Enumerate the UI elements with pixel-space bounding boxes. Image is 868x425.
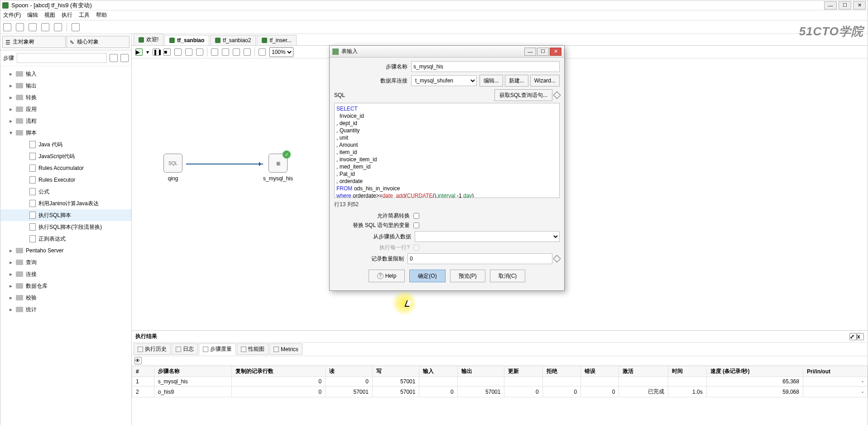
tree-item-app[interactable]: ▸应用 xyxy=(0,103,131,115)
col-read[interactable]: 读 xyxy=(326,366,373,377)
search-input[interactable] xyxy=(17,53,107,63)
expand-icon[interactable]: ▸ xyxy=(9,306,13,313)
sql-textarea[interactable]: SELECT Invoice_id , dept_id , Quantity ,… xyxy=(334,103,560,198)
preview-button[interactable]: 预览(P) xyxy=(450,270,485,282)
expand-icon[interactable]: ▸ xyxy=(9,71,13,77)
preview-icon[interactable] xyxy=(174,48,182,56)
col-reject[interactable]: 拒绝 xyxy=(542,366,580,377)
tree-item-dw[interactable]: ▸数据仓库 xyxy=(0,280,131,292)
tree-item-stats[interactable]: ▸统计 xyxy=(0,304,131,315)
table-row[interactable]: 2o_his905700157001057001000已完成1.0s59,068… xyxy=(132,386,868,397)
tab-sanbiao2[interactable]: tf_sanbiao2 xyxy=(210,35,256,45)
close-button[interactable]: ✕ xyxy=(853,1,866,10)
col-error[interactable]: 错误 xyxy=(581,366,619,377)
expand-icon[interactable]: ▸ xyxy=(9,118,13,124)
tree-item-flow[interactable]: ▸流程 xyxy=(0,115,131,127)
col-copied[interactable]: 复制的记录行数 xyxy=(231,366,326,377)
tab-sanbiao[interactable]: tf_sanbiao xyxy=(164,35,209,45)
new-icon[interactable] xyxy=(3,23,11,31)
tree-item-pentaho[interactable]: ▸Pentaho Server xyxy=(0,245,131,256)
expand-icon[interactable]: ▸ xyxy=(9,106,13,112)
db-edit-button[interactable]: 编辑... xyxy=(480,75,503,87)
tree-item-query[interactable]: ▸查询 xyxy=(0,256,131,268)
cancel-button[interactable]: 取消(C) xyxy=(490,270,526,282)
col-speed[interactable]: 速度 (条记录/秒) xyxy=(706,366,803,377)
results-expand-icon[interactable]: ⤢ xyxy=(849,333,857,340)
allow-simple-checkbox[interactable] xyxy=(413,213,419,219)
variable-icon[interactable] xyxy=(553,255,561,263)
menu-edit[interactable]: 编辑 xyxy=(27,11,38,19)
col-pri[interactable]: Pri/in/out xyxy=(803,366,867,377)
results-tab-log[interactable]: 日志 xyxy=(172,343,198,355)
results-tab-metrics[interactable]: 步骤度量 xyxy=(199,343,236,355)
db-conn-select[interactable]: t_mysql_shufen xyxy=(411,75,477,86)
tree-item-input[interactable]: ▸输入 xyxy=(0,68,131,80)
dialog-maximize-button[interactable]: ☐ xyxy=(537,48,549,56)
run-dropdown-icon[interactable]: ▾ xyxy=(146,49,149,55)
canvas-node-smysqlhis[interactable]: ▦ ✓ s_mysql_his xyxy=(263,154,293,182)
help-button[interactable]: ?Help xyxy=(369,270,405,282)
col-step[interactable]: 步骤名称 xyxy=(154,366,231,377)
db-new-button[interactable]: 新建... xyxy=(505,75,528,87)
results-tab-metrics2[interactable]: Metrics xyxy=(269,343,302,355)
show-results-icon[interactable] xyxy=(259,48,266,56)
tree-item-script[interactable]: ▾脚本 xyxy=(0,127,131,139)
menu-run[interactable]: 执行 xyxy=(62,11,72,19)
tree-item-output[interactable]: ▸输出 xyxy=(0,80,131,92)
col-input[interactable]: 输入 xyxy=(419,366,457,377)
step-name-input[interactable] xyxy=(411,61,560,72)
replay-icon[interactable] xyxy=(196,48,203,56)
from-step-select[interactable] xyxy=(415,231,560,242)
limit-input[interactable] xyxy=(408,253,552,264)
pause-icon[interactable]: ❚❚ xyxy=(153,48,160,56)
saveas-icon[interactable] xyxy=(54,23,62,31)
tree-item-validate[interactable]: ▸校验 xyxy=(0,292,131,304)
results-tab-history[interactable]: 执行历史 xyxy=(134,343,171,355)
stop-icon[interactable]: ■ xyxy=(163,48,171,56)
variable-icon[interactable] xyxy=(553,92,561,99)
col-status[interactable]: 激活 xyxy=(619,366,668,377)
expand-icon[interactable]: ▸ xyxy=(9,247,13,254)
col-update[interactable]: 更新 xyxy=(504,366,542,377)
check-icon[interactable] xyxy=(211,48,218,56)
impact-icon[interactable] xyxy=(222,48,229,56)
eye-icon[interactable]: 👁 xyxy=(134,357,142,364)
zoom-select[interactable]: 100% xyxy=(269,47,293,57)
tree-item-exec-sql-replace[interactable]: 执行SQL脚本(字段流替换) xyxy=(0,221,131,233)
tab-welcome[interactable]: 欢迎! xyxy=(134,34,163,45)
tree-item-janino[interactable]: 利用Janino计算Java表达 xyxy=(0,198,131,209)
sidebar-tab-main[interactable]: ☰主对象树 xyxy=(2,36,66,48)
menu-help[interactable]: 帮助 xyxy=(96,11,107,19)
col-num[interactable]: # xyxy=(132,366,154,377)
tree-item-rules-exec[interactable]: Rules Executor xyxy=(0,174,131,186)
save-icon[interactable] xyxy=(41,23,49,31)
col-write[interactable]: 写 xyxy=(372,366,419,377)
tree-item-exec-sql[interactable]: 执行SQL脚本 xyxy=(0,209,131,221)
tree-item-rules-acc[interactable]: Rules Accumulator xyxy=(0,162,131,174)
sql-icon[interactable] xyxy=(233,48,240,56)
expand-all-icon[interactable] xyxy=(110,54,118,62)
results-close-icon[interactable]: x xyxy=(857,333,864,340)
menu-tools[interactable]: 工具 xyxy=(79,11,90,19)
minimize-button[interactable]: — xyxy=(824,1,837,10)
expand-icon[interactable]: ▸ xyxy=(9,259,13,266)
replace-vars-checkbox[interactable] xyxy=(413,222,419,228)
expand-icon[interactable]: ▸ xyxy=(9,295,13,301)
expand-icon[interactable]: ▸ xyxy=(9,283,13,289)
collapse-all-icon[interactable] xyxy=(120,54,129,62)
collapse-icon[interactable]: ▾ xyxy=(9,130,13,136)
tree-item-formula[interactable]: 公式 xyxy=(0,186,131,198)
expand-icon[interactable]: ▸ xyxy=(9,94,13,101)
results-tab-perf[interactable]: 性能图 xyxy=(237,343,269,355)
open-icon[interactable] xyxy=(16,23,24,31)
db-wizard-button[interactable]: Wizard... xyxy=(530,75,560,87)
perspective-icon[interactable] xyxy=(72,23,80,31)
maximize-button[interactable]: ☐ xyxy=(839,1,851,10)
tree-item-js[interactable]: JavaScript代码 xyxy=(0,150,131,162)
col-output[interactable]: 输出 xyxy=(457,366,504,377)
dialog-minimize-button[interactable]: — xyxy=(524,48,536,56)
tree-item-transform[interactable]: ▸转换 xyxy=(0,92,131,103)
debug-icon[interactable] xyxy=(185,48,192,56)
tree-item-connect[interactable]: ▸连接 xyxy=(0,268,131,280)
ok-button[interactable]: 确定(O) xyxy=(409,270,445,282)
